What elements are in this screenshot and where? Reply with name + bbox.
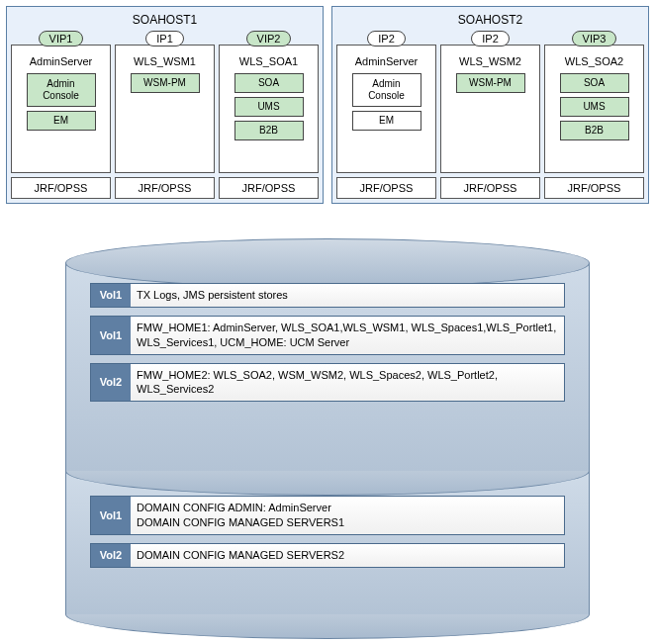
volume-tag: Vol2	[91, 544, 131, 567]
module-admin-console: Admin Console	[352, 73, 421, 107]
pill-vip3: VIP3	[572, 31, 617, 46]
module-ums: UMS	[560, 97, 629, 117]
disk-top-ellipse	[65, 238, 590, 288]
server-box: WLS_WSM1 WSM-PM	[115, 45, 215, 173]
storage-stack: Vol1 TX Logs, JMS persistent stores Vol1…	[65, 224, 590, 639]
module-ums: UMS	[234, 97, 304, 117]
server-col-soa1: VIP2 WLS_SOA1 SOA UMS B2B JRF/OPSS	[219, 31, 319, 199]
server-col-wsm1: IP1 WLS_WSM1 WSM-PM JRF/OPSS	[115, 31, 215, 199]
server-col-adminserver2: IP2 AdminServer Admin Console EM JRF/OPS…	[336, 31, 436, 199]
server-col-adminserver: VIP1 AdminServer Admin Console EM JRF/OP…	[11, 31, 111, 199]
footer-jrf: JRF/OPSS	[440, 177, 540, 199]
volume-tag: Vol1	[91, 317, 131, 354]
volume-text: TX Logs, JMS persistent stores	[131, 284, 564, 307]
disk2-volumes: Vol1 DOMAIN CONFIG ADMIN: AdminServer DO…	[90, 496, 565, 568]
module-soa: SOA	[234, 73, 304, 93]
host-title: SOAHOST2	[336, 11, 644, 31]
module-wsm-pm: WSM-PM	[131, 73, 200, 93]
server-box: WLS_SOA1 SOA UMS B2B	[219, 45, 319, 173]
pill-vip2: VIP2	[246, 31, 292, 46]
hosts-row: SOAHOST1 VIP1 AdminServer Admin Console …	[0, 0, 655, 204]
volume-row: Vol2 DOMAIN CONFIG MANAGED SERVERS2	[90, 543, 565, 568]
volume-tag: Vol1	[91, 497, 131, 534]
footer-jrf: JRF/OPSS	[544, 177, 644, 199]
server-col-wsm2: IP2 WLS_WSM2 WSM-PM JRF/OPSS	[440, 31, 540, 199]
volume-text: DOMAIN CONFIG MANAGED SERVERS2	[131, 544, 564, 567]
disk1-volumes: Vol1 TX Logs, JMS persistent stores Vol1…	[90, 283, 565, 402]
server-name: WLS_SOA1	[239, 55, 298, 67]
pill-ip2: IP2	[367, 31, 406, 46]
module-admin-console: Admin Console	[27, 73, 96, 107]
server-col-soa2: VIP3 WLS_SOA2 SOA UMS B2B JRF/OPSS	[544, 31, 644, 199]
volume-row: Vol1 DOMAIN CONFIG ADMIN: AdminServer DO…	[90, 496, 565, 535]
server-box: WLS_SOA2 SOA UMS B2B	[544, 45, 644, 173]
server-name: AdminServer	[30, 55, 93, 67]
host-soahost2: SOAHOST2 IP2 AdminServer Admin Console E…	[331, 6, 649, 204]
pill-ip2: IP2	[471, 31, 510, 46]
module-soa: SOA	[560, 73, 629, 93]
module-em: EM	[352, 111, 421, 131]
volume-text: FMW_HOME2: WLS_SOA2, WSM_WSM2, WLS_Space…	[131, 364, 564, 402]
volume-row: Vol2 FMW_HOME2: WLS_SOA2, WSM_WSM2, WLS_…	[90, 363, 565, 403]
footer-jrf: JRF/OPSS	[115, 177, 215, 199]
footer-jrf: JRF/OPSS	[336, 177, 436, 199]
volume-row: Vol1 TX Logs, JMS persistent stores	[90, 283, 565, 308]
server-box: AdminServer Admin Console EM	[11, 45, 111, 173]
footer-jrf: JRF/OPSS	[219, 177, 319, 199]
host-title: SOAHOST1	[11, 11, 319, 31]
host-soahost1: SOAHOST1 VIP1 AdminServer Admin Console …	[6, 6, 324, 204]
server-name: WLS_WSM2	[459, 55, 521, 67]
module-b2b: B2B	[234, 121, 304, 140]
volume-tag: Vol2	[91, 364, 131, 402]
volume-text: DOMAIN CONFIG ADMIN: AdminServer DOMAIN …	[131, 497, 564, 534]
server-box: WLS_WSM2 WSM-PM	[440, 45, 540, 173]
server-box: AdminServer Admin Console EM	[336, 45, 436, 173]
server-name: AdminServer	[355, 55, 419, 67]
footer-jrf: JRF/OPSS	[11, 177, 111, 199]
pill-ip1: IP1	[145, 31, 184, 46]
module-em: EM	[27, 111, 96, 131]
pill-vip1: VIP1	[39, 31, 84, 46]
volume-tag: Vol1	[91, 284, 131, 307]
module-wsm-pm: WSM-PM	[456, 73, 525, 93]
volume-row: Vol1 FMW_HOME1: AdminServer, WLS_SOA1,WL…	[90, 316, 565, 355]
servers-row: VIP1 AdminServer Admin Console EM JRF/OP…	[11, 31, 319, 199]
volume-text: FMW_HOME1: AdminServer, WLS_SOA1,WLS_WSM…	[131, 317, 564, 354]
server-name: WLS_WSM1	[134, 55, 196, 67]
server-name: WLS_SOA2	[565, 55, 623, 67]
module-b2b: B2B	[560, 121, 629, 140]
servers-row: IP2 AdminServer Admin Console EM JRF/OPS…	[336, 31, 644, 199]
